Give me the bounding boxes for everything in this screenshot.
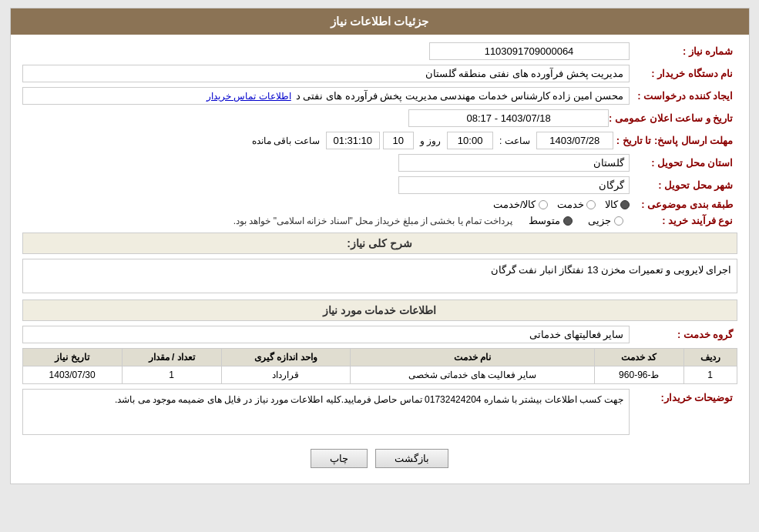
ساعت-باقی-label: ساعت باقی مانده [249, 136, 323, 146]
استان-label: استان محل تحویل : [630, 157, 737, 169]
شهر-value: گرگان [398, 176, 630, 194]
col-واحد: واحد اندازه گیری [221, 349, 350, 366]
شماره-نیاز-value: 1103091709000064 [429, 42, 630, 60]
خدمات-table: ردیف کد خدمت نام خدمت واحد اندازه گیری ت… [22, 348, 737, 384]
مهلت-remaining: 01:31:10 [326, 132, 380, 149]
توضیحات-label: توضیحات خریدار: [630, 389, 737, 403]
cell-تاریخ: 1403/07/30 [22, 366, 122, 384]
نوع-فرآیند-note: پرداخت تمام یا بخشی از مبلغ خریداز محل "… [233, 216, 513, 226]
نام-دستگاه-label: نام دستگاه خریدار : [630, 68, 737, 79]
تاریخ-اعلان-value: 1403/07/18 - 08:17 [408, 109, 609, 127]
table-row: 1 ط-96-960 سایر فعالیت های خدماتی شخصی ق… [22, 366, 737, 384]
table-header-row: ردیف کد خدمت نام خدمت واحد اندازه گیری ت… [22, 349, 737, 366]
ایجاد-کننده-label: ایجاد کننده درخواست : [630, 90, 737, 102]
مهلت-date: 1403/07/28 [536, 132, 613, 149]
back-button[interactable]: بازگشت [375, 449, 448, 468]
ساعت-label: ساعت : [496, 136, 533, 146]
طبقه-کالاخدمت[interactable]: کالا/خدمت [493, 199, 548, 210]
bottom-buttons: بازگشت چاپ [22, 440, 737, 476]
مهلت-row: مهلت ارسال پاسخ: تا تاریخ : 1403/07/28 س… [22, 132, 737, 149]
ایجاد-کننده-value: محسن امین زاده کارشناس خدمات مهندسی مدیر… [22, 87, 630, 105]
توضیحات-value: جهت کسب اطلاعات بیشتر با شماره 017324242… [22, 389, 630, 435]
radio-جزیی-icon [614, 216, 623, 226]
شهر-label: شهر محل تحویل : [630, 179, 737, 191]
طبقه-options: کالا خدمت کالا/خدمت [22, 199, 630, 210]
گروه-خدمت-value: سایر فعالیتهای خدماتی [22, 326, 630, 343]
ایجاد-کننده-row: ایجاد کننده درخواست : محسن امین زاده کار… [22, 87, 737, 105]
radio-کالا-icon [620, 200, 630, 209]
طبقه-خدمت[interactable]: خدمت [557, 199, 596, 210]
شماره-نیاز-label: شماره نیاز : [630, 45, 737, 57]
print-button[interactable]: چاپ [311, 449, 368, 468]
روز-label: روز و [417, 136, 444, 146]
cell-کد-خدمت: ط-96-960 [595, 366, 684, 384]
cell-نام-خدمت: سایر فعالیت های خدماتی شخصی [351, 366, 595, 384]
section-اطلاعات: اطلاعات خدمات مورد نیاز [22, 299, 737, 321]
نوع-جزیی-label: جزیی [588, 215, 611, 226]
sharh-value: اجرای لایروبی و تعمیرات مخزن 13 نفتگاز ا… [22, 259, 737, 293]
cell-ردیف: 1 [683, 366, 737, 384]
radio-متوسط-icon [563, 216, 573, 226]
طبقه-row: طبقه بندی موضوعی : کالا خدمت کالا/خدمت [22, 199, 737, 210]
مهلت-time: 10:00 [447, 132, 493, 149]
نوع-فرآیند-label: نوع فرآیند خرید : [630, 215, 737, 226]
نوع-جزیی[interactable]: جزیی [588, 215, 623, 226]
گروه-خدمت-label: گروه خدمت : [630, 329, 737, 340]
radio-کالاخدمت-icon [539, 200, 548, 209]
col-کد-خدمت: کد خدمت [595, 349, 684, 366]
نوع-متوسط-label: متوسط [529, 215, 560, 226]
ایجاد-کننده-text: محسن امین زاده کارشناس خدمات مهندسی مدیر… [296, 90, 624, 102]
طبقه-کالا[interactable]: کالا [605, 199, 630, 210]
نام-دستگاه-value: مدیریت پخش فرآورده های نفتی منطقه گلستان [22, 65, 630, 82]
col-نام-خدمت: نام خدمت [351, 349, 595, 366]
طبقه-خدمت-label: خدمت [557, 199, 584, 210]
تاریخ-اعلان-row: تاریخ و ساعت اعلان عمومی : 1403/07/18 - … [22, 109, 737, 127]
شماره-نیاز-row: شماره نیاز : 1103091709000064 [22, 42, 737, 60]
تاریخ-اعلان-label: تاریخ و ساعت اعلان عمومی : [609, 112, 737, 124]
توضیحات-row: توضیحات خریدار: جهت کسب اطلاعات بیشتر با… [22, 389, 737, 435]
نوع-فرآیند-types: جزیی متوسط پرداخت تمام یا بخشی از مبلغ خ… [22, 215, 623, 226]
طبقه-کالاخدمت-label: کالا/خدمت [493, 199, 536, 210]
page-header: جزئیات اطلاعات نیاز [11, 8, 749, 35]
col-ردیف: ردیف [683, 349, 737, 366]
section-شرح: شرح کلی نیاز: [22, 233, 737, 254]
col-تاریخ: تاریخ نیاز [22, 349, 122, 366]
نوع-فرآیند-row: نوع فرآیند خرید : جزیی متوسط پرداخت تمام… [22, 215, 737, 226]
col-تعداد: تعداد / مقدار [122, 349, 221, 366]
مهلت-label: مهلت ارسال پاسخ: تا تاریخ : [616, 135, 737, 146]
طبقه-کالا-label: کالا [605, 199, 618, 210]
نوع-متوسط[interactable]: متوسط [529, 215, 573, 226]
طبقه-label: طبقه بندی موضوعی : [630, 199, 737, 210]
استان-row: استان محل تحویل : گلستان [22, 154, 737, 172]
شهر-row: شهر محل تحویل : گرگان [22, 176, 737, 194]
گروه-خدمت-row: گروه خدمت : سایر فعالیتهای خدماتی [22, 326, 737, 343]
radio-خدمت-icon [586, 200, 596, 209]
مهلت-days: 10 [383, 132, 414, 149]
cell-تعداد: 1 [122, 366, 221, 384]
cell-واحد: قرارداد [221, 366, 350, 384]
استان-value: گلستان [398, 154, 630, 172]
اطلاعات-تماس-link[interactable]: اطلاعات تماس خریدار [207, 91, 291, 102]
نام-دستگاه-row: نام دستگاه خریدار : مدیریت پخش فرآورده ه… [22, 65, 737, 82]
